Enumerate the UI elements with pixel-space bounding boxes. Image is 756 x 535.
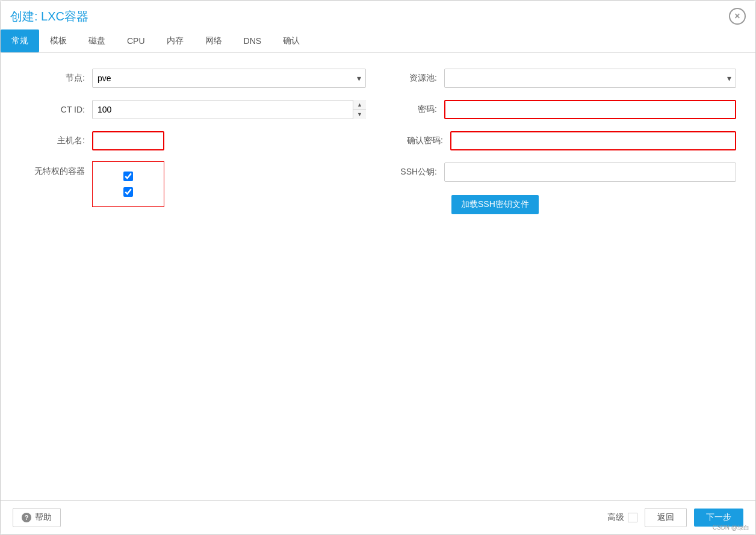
- help-label: 帮助: [35, 512, 52, 523]
- advanced-checkbox[interactable]: [628, 513, 637, 522]
- dialog-footer: ? 帮助 高级 返回 下一步: [1, 500, 755, 534]
- watermark: CSDN @绿白: [713, 524, 749, 532]
- node-label: 节点:: [20, 73, 92, 84]
- pool-select-wrapper: [444, 69, 736, 88]
- dialog-title: 创建: LXC容器: [10, 8, 88, 25]
- node-row: 节点: pve: [20, 67, 366, 89]
- dialog-header: 创建: LXC容器 ×: [1, 1, 755, 25]
- ctid-input[interactable]: [92, 100, 366, 119]
- dialog-body: 节点: pve CT ID: ▲ ▼: [1, 53, 755, 500]
- password-label: 密码:: [390, 104, 444, 115]
- help-icon: ?: [22, 513, 31, 522]
- tab-network[interactable]: 网络: [194, 29, 233, 52]
- footer-left: ? 帮助: [13, 508, 61, 527]
- ctid-spinbox: ▲ ▼: [92, 100, 366, 119]
- confirm-password-input[interactable]: [450, 131, 736, 150]
- advanced-area: 高级: [607, 512, 637, 523]
- tab-confirm[interactable]: 确认: [272, 29, 311, 52]
- ssh-key-label: SSH公钥:: [390, 167, 444, 178]
- ctid-row: CT ID: ▲ ▼: [20, 99, 366, 120]
- ctid-up[interactable]: ▲: [353, 100, 366, 110]
- advanced-label: 高级: [607, 512, 624, 523]
- confirm-password-label: 确认密码:: [390, 135, 450, 146]
- unprivileged-label: 无特权的容器: [20, 166, 92, 177]
- tab-dns[interactable]: DNS: [233, 30, 273, 52]
- close-button[interactable]: ×: [729, 8, 746, 25]
- create-lxc-dialog: 创建: LXC容器 × 常规 模板 磁盘 CPU 内存 网络 DNS 确认 节点…: [0, 0, 756, 535]
- tab-disk[interactable]: 磁盘: [78, 29, 116, 52]
- nesting-checkbox[interactable]: [123, 187, 133, 197]
- pool-row: 资源池:: [390, 67, 736, 89]
- node-select[interactable]: pve: [92, 69, 366, 88]
- ctid-down[interactable]: ▼: [353, 110, 366, 120]
- ssh-key-input[interactable]: [444, 162, 736, 182]
- form-left: 节点: pve CT ID: ▲ ▼: [20, 67, 366, 224]
- tab-general[interactable]: 常规: [1, 29, 39, 52]
- checkbox-box: [92, 161, 164, 207]
- ssh-load-row: 加载SSH密钥文件: [390, 193, 736, 214]
- form-grid: 节点: pve CT ID: ▲ ▼: [20, 67, 736, 224]
- confirm-password-row: 确认密码:: [390, 130, 736, 152]
- form-right: 资源池: 密码: 确认密码:: [390, 67, 736, 224]
- pool-select[interactable]: [444, 69, 736, 88]
- unprivileged-row: [123, 172, 133, 181]
- nesting-row: [123, 187, 133, 197]
- hostname-row: 主机名:: [20, 130, 366, 152]
- help-button[interactable]: ? 帮助: [13, 508, 61, 527]
- password-row: 密码:: [390, 99, 736, 120]
- hostname-label: 主机名:: [20, 135, 92, 146]
- back-button[interactable]: 返回: [645, 508, 687, 527]
- ssh-key-row: SSH公钥:: [390, 161, 736, 183]
- password-input[interactable]: [444, 100, 736, 119]
- hostname-input[interactable]: [92, 131, 164, 150]
- pool-label: 资源池:: [390, 73, 444, 84]
- ctid-arrows: ▲ ▼: [353, 100, 366, 119]
- tab-cpu[interactable]: CPU: [116, 30, 156, 52]
- ssh-load-button[interactable]: 加载SSH密钥文件: [451, 195, 539, 214]
- checkbox-group-row: 无特权的容器: [20, 161, 366, 207]
- unprivileged-checkbox[interactable]: [123, 172, 133, 181]
- ctid-label: CT ID:: [20, 105, 92, 114]
- tab-memory[interactable]: 内存: [156, 29, 194, 52]
- node-select-wrapper: pve: [92, 69, 366, 88]
- tab-bar: 常规 模板 磁盘 CPU 内存 网络 DNS 确认: [1, 29, 755, 53]
- tab-template[interactable]: 模板: [39, 29, 78, 52]
